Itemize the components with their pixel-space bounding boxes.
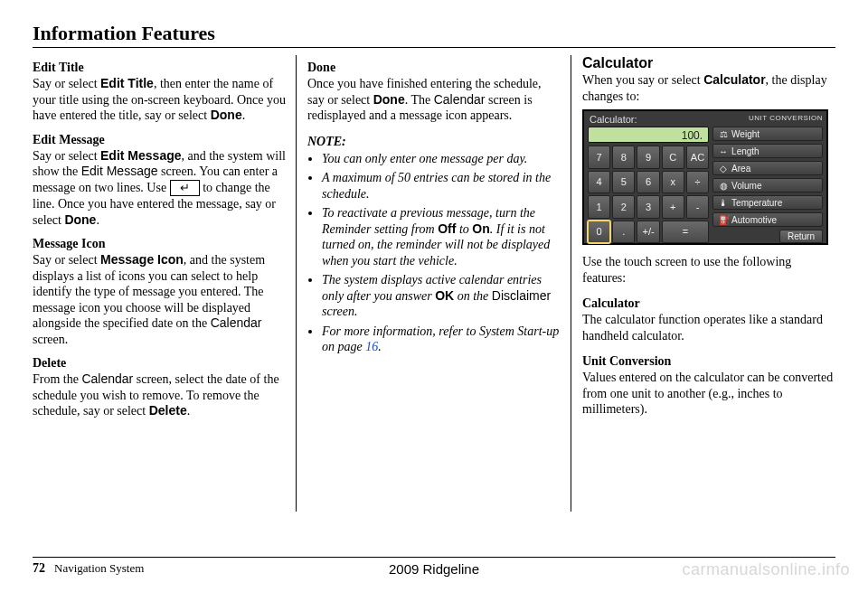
unit-conversion-paragraph: Values entered on the calculator can be …: [582, 370, 835, 418]
volume-icon: ◍: [719, 181, 728, 191]
calc-key[interactable]: 9: [637, 146, 659, 169]
unit-conversion-heading: Unit Conversion: [582, 354, 835, 369]
unit-volume-button[interactable]: ◍Volume: [712, 178, 823, 193]
note-item: You can only enter one message per day.: [322, 151, 561, 167]
weight-icon: ⚖: [719, 129, 728, 139]
message-icon-paragraph: Say or select Message Icon, and the syst…: [33, 252, 286, 347]
column-3: Calculator When you say or select Calcul…: [571, 55, 835, 512]
calc-key[interactable]: +/-: [637, 221, 659, 244]
calc-key[interactable]: =: [662, 221, 709, 244]
calc-key[interactable]: x: [662, 171, 684, 194]
delete-heading: Delete: [33, 356, 286, 371]
calc-key[interactable]: C: [662, 146, 684, 169]
automotive-icon: ⛽: [719, 215, 728, 225]
return-button[interactable]: Return: [779, 230, 823, 243]
note-item: To reactivate a previous message, turn t…: [322, 205, 561, 268]
page-number: 72: [33, 561, 45, 576]
calc-display: 100.: [588, 127, 709, 143]
edit-message-paragraph: Say or select Edit Message, and the syst…: [33, 148, 286, 229]
calc-key[interactable]: 1: [588, 195, 610, 219]
note-item: For more information, refer to System St…: [322, 324, 561, 355]
calc-key[interactable]: 6: [637, 171, 659, 194]
unit-conversion-title: UNIT CONVERSION: [749, 114, 823, 125]
calc-key[interactable]: 0: [588, 221, 610, 244]
area-icon: ◇: [719, 164, 728, 174]
message-icon-heading: Message Icon: [33, 237, 286, 251]
edit-message-heading: Edit Message: [33, 133, 286, 147]
done-heading: Done: [307, 61, 561, 75]
calc-key[interactable]: 5: [612, 171, 635, 194]
calculator-heading: Calculator: [582, 55, 835, 71]
calc-key[interactable]: 7: [588, 146, 610, 169]
calc-key[interactable]: +: [662, 195, 684, 219]
note-item: A maximum of 50 entries can be stored in…: [322, 170, 561, 202]
note-heading: NOTE:: [307, 135, 561, 149]
enter-icon: ↵: [170, 180, 200, 196]
note-item: The system displays active calendar entr…: [322, 272, 561, 320]
calc-key[interactable]: 4: [588, 171, 610, 194]
unit-area-button[interactable]: ◇Area: [712, 161, 823, 175]
content-columns: Edit Title Say or select Edit Title, the…: [33, 55, 835, 512]
calculator-screenshot: Calculator: UNIT CONVERSION 100. 7 8 9 C…: [582, 109, 828, 245]
unit-automotive-button[interactable]: ⛽Automotive: [712, 212, 823, 227]
edit-title-paragraph: Say or select Edit Title, then enter the…: [33, 76, 286, 124]
calc-key[interactable]: 3: [637, 195, 659, 219]
column-2: Done Once you have finished entering the…: [297, 55, 571, 512]
title-rule: [33, 47, 835, 48]
calculator-sub-heading: Calculator: [582, 296, 835, 311]
unit-weight-button[interactable]: ⚖Weight: [712, 127, 823, 141]
calc-key[interactable]: AC: [686, 146, 709, 169]
calculator-sub-paragraph: The calculator function operates like a …: [582, 312, 835, 343]
column-1: Edit Title Say or select Edit Title, the…: [33, 55, 297, 512]
footer-section: Navigation System: [54, 561, 144, 576]
calc-key[interactable]: ÷: [686, 171, 709, 194]
done-paragraph: Once you have finished entering the sche…: [307, 76, 561, 124]
unit-temperature-button[interactable]: 🌡Temperature: [712, 195, 823, 210]
calc-key[interactable]: 2: [612, 195, 635, 219]
calculator-intro: When you say or select Calculator, the d…: [582, 72, 835, 104]
delete-paragraph: From the Calendar screen, select the dat…: [33, 371, 286, 419]
page-title: Information Features: [33, 22, 835, 45]
calc-key[interactable]: 8: [612, 146, 635, 169]
use-touch-paragraph: Use the touch screen to use the followin…: [582, 254, 835, 286]
calc-screen-title: Calculator:: [590, 114, 637, 125]
calc-key[interactable]: -: [686, 195, 709, 219]
unit-length-button[interactable]: ↔Length: [712, 144, 823, 158]
temperature-icon: 🌡: [719, 198, 728, 208]
calc-keypad: 7 8 9 C AC 4 5 6 x ÷ 1 2 3: [588, 146, 709, 243]
footer-model: 2009 Ridgeline: [389, 561, 479, 577]
edit-title-heading: Edit Title: [33, 61, 286, 75]
calc-key[interactable]: .: [612, 221, 635, 244]
length-icon: ↔: [719, 146, 728, 156]
note-list: You can only enter one message per day. …: [307, 151, 561, 355]
watermark: carmanualsonline.info: [682, 560, 850, 579]
